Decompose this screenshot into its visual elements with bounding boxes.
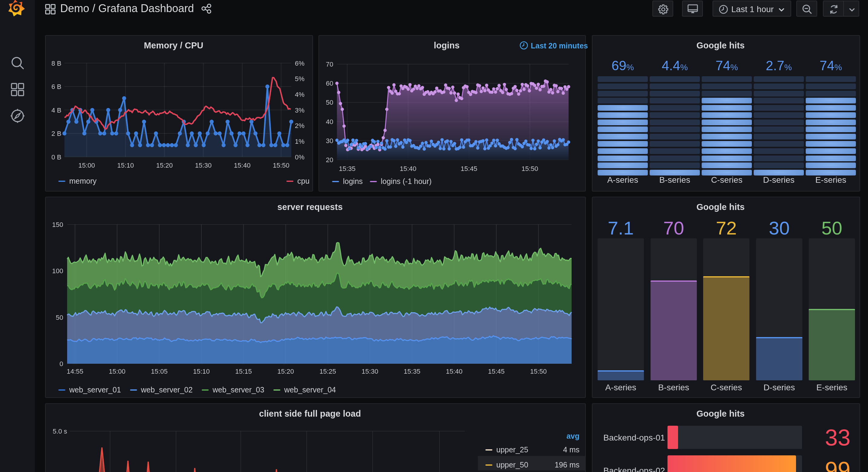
- svg-text:15:35: 15:35: [339, 165, 355, 173]
- svg-text:5%: 5%: [295, 75, 305, 83]
- svg-text:0%: 0%: [295, 153, 305, 161]
- svg-text:2 B: 2 B: [52, 130, 61, 137]
- svg-text:3%: 3%: [295, 107, 305, 114]
- svg-text:15:50: 15:50: [273, 161, 289, 169]
- svg-text:15:10: 15:10: [193, 367, 210, 375]
- svg-text:50: 50: [326, 99, 333, 106]
- svg-text:15:00: 15:00: [78, 161, 95, 169]
- svg-text:50: 50: [56, 314, 63, 321]
- svg-text:0: 0: [60, 360, 63, 367]
- svg-text:15:50: 15:50: [521, 165, 538, 173]
- svg-text:4 B: 4 B: [52, 107, 61, 114]
- svg-text:15:25: 15:25: [319, 367, 336, 375]
- svg-text:150: 150: [52, 221, 63, 229]
- svg-text:15:10: 15:10: [117, 161, 134, 169]
- svg-text:15:35: 15:35: [404, 367, 421, 375]
- svg-text:0 B: 0 B: [52, 153, 61, 161]
- svg-text:60: 60: [326, 80, 333, 87]
- svg-text:4%: 4%: [295, 91, 305, 98]
- svg-text:15:40: 15:40: [234, 161, 250, 169]
- svg-text:15:15: 15:15: [235, 367, 252, 375]
- svg-text:15:30: 15:30: [362, 367, 378, 375]
- svg-text:100: 100: [52, 267, 63, 275]
- svg-text:15:50: 15:50: [530, 367, 547, 375]
- svg-text:15:00: 15:00: [109, 367, 125, 375]
- svg-text:14:55: 14:55: [66, 367, 83, 375]
- svg-text:15:05: 15:05: [151, 367, 167, 375]
- svg-text:5.0 s: 5.0 s: [53, 427, 67, 435]
- svg-text:2%: 2%: [295, 122, 305, 129]
- svg-text:15:45: 15:45: [488, 367, 504, 375]
- svg-text:15:20: 15:20: [277, 367, 294, 375]
- svg-text:15:30: 15:30: [195, 161, 212, 169]
- svg-text:40: 40: [326, 118, 333, 125]
- svg-text:70: 70: [326, 60, 333, 68]
- svg-text:15:45: 15:45: [461, 165, 477, 173]
- svg-text:15:40: 15:40: [400, 165, 416, 173]
- svg-text:1%: 1%: [295, 138, 305, 145]
- svg-text:20: 20: [326, 156, 333, 164]
- svg-text:8 B: 8 B: [52, 60, 61, 67]
- svg-text:30: 30: [326, 137, 333, 145]
- svg-text:15:40: 15:40: [446, 367, 462, 375]
- svg-text:6%: 6%: [295, 60, 305, 67]
- svg-text:6 B: 6 B: [52, 83, 61, 90]
- svg-text:15:20: 15:20: [156, 161, 173, 169]
